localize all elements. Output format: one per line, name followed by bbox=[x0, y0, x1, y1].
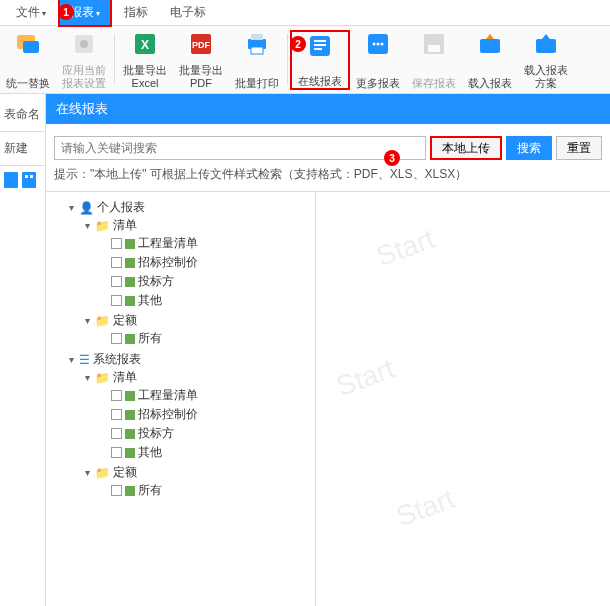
reset-button[interactable]: 重置 bbox=[556, 136, 602, 160]
person-icon: 👤 bbox=[79, 201, 94, 215]
tree-leaf[interactable]: 所有 bbox=[98, 482, 311, 499]
svg-point-18 bbox=[381, 43, 384, 46]
tree-label: 招标控制价 bbox=[138, 406, 198, 423]
menu-file-label: 文件 bbox=[16, 5, 40, 19]
tree-label: 个人报表 bbox=[97, 199, 145, 216]
toolbar-separator bbox=[287, 34, 288, 84]
leaf-icon bbox=[125, 429, 135, 439]
search-input[interactable] bbox=[54, 136, 426, 160]
save-icon bbox=[420, 30, 448, 58]
menu-file[interactable]: 文件▾ bbox=[6, 0, 56, 25]
tool-load-report[interactable]: 载入报表 bbox=[462, 30, 518, 90]
tree-label: 工程量清单 bbox=[138, 235, 198, 252]
callout-badge-2: 2 bbox=[290, 36, 306, 52]
load-icon bbox=[476, 30, 504, 58]
tree-node-personal[interactable]: ▾👤个人报表 bbox=[66, 199, 311, 216]
menu-etag[interactable]: 电子标 bbox=[160, 0, 216, 25]
watermark: Start bbox=[372, 223, 439, 273]
menu-indicator[interactable]: 指标 bbox=[114, 0, 158, 25]
main-area: 表命名 新建 在线报表 本地上传 搜索 重置 提示："本地上传" 可根据上传文件… bbox=[0, 94, 610, 606]
menu-bar: 文件▾ 报表▾ 指标 电子标 bbox=[0, 0, 610, 26]
content-pane: 在线报表 本地上传 搜索 重置 提示："本地上传" 可根据上传文件样式检索（支持… bbox=[46, 94, 610, 606]
tool-label: 载入报表 bbox=[468, 77, 512, 90]
expander-icon[interactable]: ▾ bbox=[66, 202, 76, 213]
tree-leaf[interactable]: 投标方 bbox=[98, 425, 311, 442]
tree-label: 定额 bbox=[113, 312, 137, 329]
tool-batch-pdf[interactable]: PDF 批量导出 PDF bbox=[173, 30, 229, 90]
sidebar-new[interactable]: 新建 bbox=[0, 134, 45, 163]
tree-label: 投标方 bbox=[138, 425, 174, 442]
tool-more-report[interactable]: 更多报表 bbox=[350, 30, 406, 90]
checkbox[interactable] bbox=[111, 409, 122, 420]
ribbon-toolbar: 统一替换 应用当前 报表设置 X 批量导出 Excel PDF 批量导出 PDF… bbox=[0, 26, 610, 94]
svg-rect-13 bbox=[314, 44, 326, 46]
tree-label: 清单 bbox=[113, 217, 137, 234]
tree-leaf[interactable]: 招标控制价 bbox=[98, 406, 311, 423]
tree-leaf[interactable]: 招标控制价 bbox=[98, 254, 311, 271]
more-report-icon bbox=[364, 30, 392, 58]
report-tree: ▾👤个人报表 ▾📁清单 工程量清单 招标控制价 投标方 其他 bbox=[46, 192, 316, 606]
chevron-down-icon: ▾ bbox=[96, 9, 100, 18]
expander-icon[interactable]: ▾ bbox=[82, 467, 92, 478]
checkbox[interactable] bbox=[111, 333, 122, 344]
tree-node-quota[interactable]: ▾📁定额 bbox=[82, 312, 311, 329]
tool-save-report[interactable]: 保存报表 bbox=[406, 30, 462, 90]
tree-leaf[interactable]: 所有 bbox=[98, 330, 311, 347]
tree-leaf[interactable]: 工程量清单 bbox=[98, 235, 311, 252]
tool-label: 统一替换 bbox=[6, 77, 50, 90]
checkbox[interactable] bbox=[111, 428, 122, 439]
tool-label: 应用当前 报表设置 bbox=[62, 64, 106, 90]
svg-rect-10 bbox=[251, 47, 263, 54]
folder-icon: 📁 bbox=[95, 466, 110, 480]
svg-point-3 bbox=[80, 40, 88, 48]
tree-label: 其他 bbox=[138, 444, 162, 461]
tool-apply-current[interactable]: 应用当前 报表设置 bbox=[56, 30, 112, 90]
stack-icon: ☰ bbox=[79, 353, 90, 367]
svg-rect-26 bbox=[30, 175, 33, 178]
tool-unify-replace[interactable]: 统一替换 bbox=[0, 30, 56, 90]
tree-node-system[interactable]: ▾☰系统报表 bbox=[66, 351, 311, 368]
checkbox[interactable] bbox=[111, 257, 122, 268]
expander-icon[interactable]: ▾ bbox=[82, 315, 92, 326]
doc-icon[interactable] bbox=[4, 172, 18, 188]
svg-rect-21 bbox=[480, 39, 500, 53]
checkbox[interactable] bbox=[111, 447, 122, 458]
tree-label: 清单 bbox=[113, 369, 137, 386]
search-row: 本地上传 搜索 重置 bbox=[46, 124, 610, 166]
chevron-down-icon: ▾ bbox=[42, 9, 46, 18]
tool-label: 保存报表 bbox=[412, 77, 456, 90]
online-report-icon bbox=[306, 32, 334, 60]
tree-node-quota[interactable]: ▾📁定额 bbox=[82, 464, 311, 481]
tree-leaf[interactable]: 其他 bbox=[98, 444, 311, 461]
tree-node-list[interactable]: ▾📁清单 bbox=[82, 217, 311, 234]
apply-icon bbox=[70, 30, 98, 58]
checkbox[interactable] bbox=[111, 485, 122, 496]
tree-node-list[interactable]: ▾📁清单 bbox=[82, 369, 311, 386]
local-upload-button[interactable]: 本地上传 bbox=[430, 136, 502, 160]
svg-point-16 bbox=[373, 43, 376, 46]
tool-load-scheme[interactable]: 载入报表 方案 bbox=[518, 30, 574, 90]
tree-label: 招标控制价 bbox=[138, 254, 198, 271]
expander-icon[interactable]: ▾ bbox=[82, 372, 92, 383]
tool-batch-excel[interactable]: X 批量导出 Excel bbox=[117, 30, 173, 90]
svg-rect-12 bbox=[314, 40, 326, 42]
checkbox[interactable] bbox=[111, 238, 122, 249]
tool-label: 更多报表 bbox=[356, 77, 400, 90]
tool-batch-print[interactable]: 批量打印 bbox=[229, 30, 285, 90]
expander-icon[interactable]: ▾ bbox=[82, 220, 92, 231]
tree-leaf[interactable]: 工程量清单 bbox=[98, 387, 311, 404]
sidebar-rename[interactable]: 表命名 bbox=[0, 100, 45, 129]
checkbox[interactable] bbox=[111, 276, 122, 287]
tool-label: 载入报表 方案 bbox=[524, 64, 568, 90]
building-icon[interactable] bbox=[22, 172, 36, 188]
svg-rect-14 bbox=[314, 48, 322, 50]
leaf-icon bbox=[125, 277, 135, 287]
tree-leaf[interactable]: 投标方 bbox=[98, 273, 311, 290]
watermark: Start bbox=[392, 483, 459, 533]
tree-label: 投标方 bbox=[138, 273, 174, 290]
search-button[interactable]: 搜索 bbox=[506, 136, 552, 160]
checkbox[interactable] bbox=[111, 295, 122, 306]
tree-leaf[interactable]: 其他 bbox=[98, 292, 311, 309]
checkbox[interactable] bbox=[111, 390, 122, 401]
expander-icon[interactable]: ▾ bbox=[66, 354, 76, 365]
